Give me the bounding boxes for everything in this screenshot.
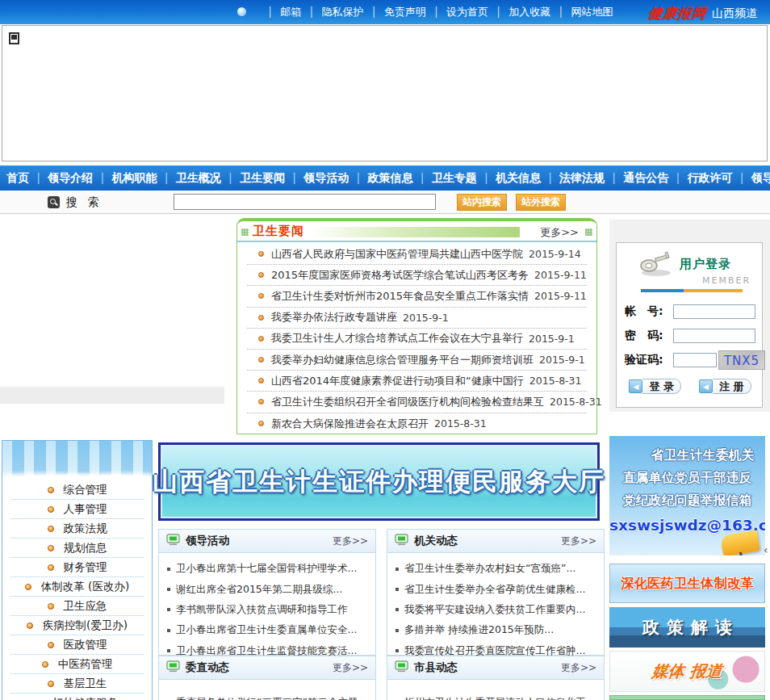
section-more-link[interactable]: 更多>> — [561, 661, 596, 675]
section-more-link[interactable]: 更多>> — [333, 534, 368, 548]
health-news-more-link[interactable]: 更多>> — [540, 225, 579, 240]
sidebar-item[interactable]: 政策法规 — [10, 519, 144, 539]
sidebar-item-label[interactable]: 疾病控制(爱卫办) — [43, 618, 128, 633]
sidebar-item-label[interactable]: 综合管理 — [64, 483, 107, 497]
topbar-link[interactable]: 隐私保护 — [321, 5, 363, 19]
sidebar-item[interactable]: 综合管理 — [10, 480, 144, 500]
nav-item: 卫生要闻 — [221, 171, 285, 186]
news-date: 2015-9-11 — [534, 290, 587, 302]
section-item-link[interactable]: 委直属各单位举行“三严三实”第二个主题 — [176, 696, 358, 700]
sidebar-item[interactable]: 妇幼健康服务 — [10, 694, 144, 700]
nav-link[interactable]: 行政许可 — [688, 171, 733, 186]
section-header: 委直动态 更多>> — [159, 656, 375, 680]
news-link[interactable]: 我委举办妇幼健康信息综合管理服务平台一期师资培训班 — [271, 353, 534, 367]
topbar-link[interactable]: 网站地图 — [571, 5, 613, 19]
sidebar-item[interactable]: 人事管理 — [10, 500, 144, 519]
section-item: 谢红出席全省2015年第二期县级综... — [167, 579, 367, 599]
chevron-left-icon[interactable]: ‹ — [764, 543, 768, 556]
section-list: 忻州市卫生计生委开展流动人口信息化工 — [387, 680, 604, 700]
sidebar-item-label[interactable]: 基层卫生 — [64, 677, 107, 691]
policy-banner[interactable]: 政策解读 — [609, 607, 765, 648]
sidebar-item-label[interactable]: 医政管理 — [64, 638, 107, 652]
sidebar-item-label[interactable]: 人事管理 — [64, 502, 107, 517]
media-banner[interactable]: 媒体 报道 — [609, 651, 765, 692]
news-link[interactable]: 我委卫生计生人才综合培养试点工作会议在大宁县举行 — [271, 331, 523, 346]
topbar-link[interactable]: 免责声明 — [384, 5, 426, 19]
reform-banner[interactable]: 深化医药卫生体制改革 — [609, 564, 765, 603]
bullet-icon — [27, 622, 33, 629]
news-link[interactable]: 新农合大病保险推进会在太原召开 — [271, 417, 429, 431]
sidebar-item-label[interactable]: 规划信息 — [64, 541, 107, 555]
register-button[interactable]: ◀ 注 册 — [699, 379, 751, 394]
search-input[interactable] — [174, 194, 436, 210]
nav-link[interactable]: 领导介绍 — [48, 171, 93, 186]
sidebar-item[interactable]: 中医药管理 — [10, 655, 144, 674]
news-item: 我委卫生计生人才综合培养试点工作会议在大宁县举行 2015-9-1 — [247, 329, 587, 350]
sidebar-item-label[interactable]: 妇幼健康服务 — [52, 696, 118, 700]
nav-item: 通告公告 — [605, 171, 668, 186]
sidebar-item[interactable]: 体制改革 (医改办) — [10, 577, 144, 597]
login-buttons: ◀ 登 录 ◀ 注 册 — [617, 379, 764, 394]
section-item-link[interactable]: 省卫生计生委举办全省孕前优生健康检... — [404, 583, 585, 597]
news-date: 2015-9-14 — [529, 248, 581, 260]
search-icon — [48, 196, 60, 208]
section-item-link[interactable]: 多措并举 持续推进2015年预防... — [404, 623, 554, 637]
nav-link[interactable]: 卫生专题 — [432, 171, 477, 186]
nav-link[interactable]: 机构职能 — [111, 171, 157, 186]
nav-link[interactable]: 机关信息 — [496, 171, 541, 186]
section-more-link[interactable]: 更多>> — [333, 661, 368, 675]
section-item-link[interactable]: 我委将平安建设纳入委扶贫工作重要内... — [404, 603, 585, 617]
grid-decor-icon — [585, 228, 592, 236]
sidebar-item[interactable]: 疾病控制(爱卫办) — [10, 616, 144, 635]
nav-link[interactable]: 通告公告 — [623, 171, 668, 186]
nav-link[interactable]: 领导信箱 — [751, 171, 770, 186]
section-item-link[interactable]: 李书凯带队深入扶贫点调研和指导工作 — [176, 603, 348, 617]
news-link[interactable]: 山西省人民政府与国家中医药管理局共建山西中医学院 — [271, 247, 523, 262]
sidebar-item-label[interactable]: 中医药管理 — [58, 657, 113, 672]
bullet-icon — [48, 526, 54, 532]
captcha-image[interactable]: TNX5 — [718, 350, 765, 370]
topbar-link[interactable]: 加入收藏 — [508, 5, 550, 19]
sidebar-item[interactable]: 医政管理 — [10, 635, 144, 655]
nav-link[interactable]: 卫生概况 — [176, 171, 221, 186]
sidebar-item-label[interactable]: 体制改革 (医改办) — [41, 580, 129, 594]
sidebar-item-label[interactable]: 政策法规 — [64, 522, 107, 536]
news-link[interactable]: 省卫生计生委对忻州市2015年食品安全重点工作落实情 — [271, 289, 529, 304]
certificate-service-banner[interactable]: 山西省卫生计生证件办理便民服务大厅 — [158, 442, 600, 521]
sidebar-item-label[interactable]: 卫生应急 — [64, 599, 107, 614]
news-link[interactable]: 山西省2014年度健康素养促进行动项目和“健康中国行 — [271, 374, 524, 388]
section-item-link[interactable]: 谢红出席全省2015年第二期县级综... — [176, 583, 342, 597]
section-item-link[interactable]: 省卫生计生委举办农村妇女“宫颈癌”... — [404, 562, 575, 576]
sidebar-item-label[interactable]: 财务管理 — [64, 560, 107, 575]
section-item-link[interactable]: 忻州市卫生计生委开展流动人口信息化工 — [404, 696, 586, 700]
sidebar-item[interactable]: 财务管理 — [10, 558, 144, 577]
sidebar-skyline-art — [2, 441, 152, 480]
sidebar-item[interactable]: 规划信息 — [10, 539, 144, 558]
section-item-link[interactable]: 卫小春出席省卫生计生委直属单位安全... — [176, 623, 357, 637]
nav-link[interactable]: 首页 — [6, 171, 29, 186]
sidebar-item[interactable]: 基层卫生 — [10, 674, 144, 694]
password-field[interactable] — [673, 329, 755, 343]
monitor-icon — [166, 660, 180, 676]
search-button[interactable]: 站外搜索 — [516, 194, 566, 211]
nav-link[interactable]: 卫生要闻 — [240, 171, 285, 186]
nav-link[interactable]: 法律法规 — [559, 171, 605, 186]
nav-link[interactable]: 政策信息 — [367, 171, 412, 186]
sidebar-item[interactable]: 卫生应急 — [10, 597, 144, 616]
news-link[interactable]: 省卫生计生委组织召开全省同级医疗机构间检验检查结果互 — [271, 395, 544, 409]
captcha-field[interactable] — [673, 353, 717, 367]
account-field[interactable] — [673, 304, 755, 319]
topbar-link[interactable]: 邮箱 — [280, 5, 301, 19]
bullet-icon — [48, 603, 54, 610]
topbar-link[interactable]: 设为首页 — [446, 5, 488, 19]
nav-link[interactable]: 领导活动 — [303, 171, 349, 186]
section-more-link[interactable]: 更多>> — [561, 534, 596, 548]
news-link[interactable]: 我委举办依法行政专题讲座 — [271, 310, 397, 325]
report-mailbox-banner[interactable]: 省卫生计生委机关 直属单位党员干部违反 党纪政纪问题举报信箱 sxswsjswd… — [609, 436, 765, 555]
media-banner-text: 媒体 报道 — [651, 660, 724, 682]
login-button[interactable]: ◀ 登 录 — [629, 379, 681, 394]
search-button[interactable]: 站内搜索 — [457, 194, 507, 211]
section-item-link[interactable]: 卫小春出席第十七届全国骨科护理学术... — [176, 562, 357, 576]
news-link[interactable]: 2015年度国家医师资格考试医学综合笔试山西考区考务 — [271, 268, 529, 283]
health-news-header: 卫生要闻 更多>> — [237, 219, 596, 241]
